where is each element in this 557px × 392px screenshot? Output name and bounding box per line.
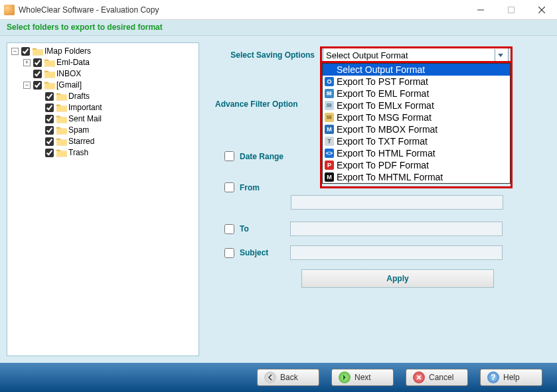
tree-node-root[interactable]: − IMap Folders <box>11 46 199 57</box>
collapse-icon[interactable]: − <box>23 82 31 89</box>
tree-node-spam[interactable]: Spam <box>35 125 199 136</box>
from-input[interactable] <box>291 195 503 210</box>
option-label: Export To MBOX Format <box>337 124 438 135</box>
maximize-button[interactable] <box>496 0 526 20</box>
option-label: Export To PST Format <box>337 76 428 87</box>
tree-checkbox[interactable] <box>45 137 54 146</box>
titlebar: WholeClear Software - Evaluation Copy <box>0 0 557 20</box>
no-expand-icon <box>23 70 31 78</box>
tree-node-trash[interactable]: Trash <box>35 147 199 159</box>
subject-checkbox[interactable] <box>224 248 234 258</box>
dropdown-option[interactable]: <>Export To HTML Format <box>323 147 510 159</box>
apply-button[interactable]: Apply <box>301 269 494 288</box>
option-icon: ✉ <box>325 113 334 122</box>
option-icon: ✉ <box>325 101 334 110</box>
tree-checkbox[interactable] <box>21 47 30 56</box>
dropdown-option[interactable]: ✉Export To EMLx Format <box>323 99 510 111</box>
tree-label: Sent Mail <box>68 113 102 125</box>
dropdown-option[interactable]: MExport To MBOX Format <box>323 123 510 135</box>
tree-checkbox[interactable] <box>45 126 54 135</box>
close-button[interactable] <box>526 0 557 20</box>
options-form: Select Saving Options Select Output Form… <box>215 42 548 356</box>
option-label: Select Output Format <box>337 64 425 75</box>
tree-node-sent-mail[interactable]: Sent Mail <box>35 113 199 125</box>
option-icon: <> <box>325 149 334 158</box>
apply-button-label: Apply <box>386 274 408 283</box>
dropdown-option[interactable]: ✉Export To MSG Format <box>323 111 510 123</box>
option-icon <box>325 65 334 74</box>
output-format-select[interactable]: Select Output Format <box>323 48 509 62</box>
saving-options-row: Select Saving Options Select Output Form… <box>215 48 548 62</box>
main-area: − IMap Folders + E <box>0 36 557 363</box>
option-label: Export To EML Format <box>337 88 429 99</box>
cancel-button-label: Cancel <box>429 373 453 382</box>
from-input-row <box>224 195 548 210</box>
chevron-down-icon[interactable] <box>495 49 505 61</box>
cancel-icon <box>413 371 425 383</box>
to-row: To <box>224 222 548 236</box>
tree-node-starred[interactable]: Starred <box>35 136 199 147</box>
minimize-button[interactable] <box>465 0 496 20</box>
next-button[interactable]: Next <box>331 369 394 386</box>
next-arrow-icon <box>339 371 351 383</box>
tree-label: Eml-Data <box>56 57 90 68</box>
instruction-label: Select folders to export to desired form… <box>0 20 557 36</box>
from-label: From <box>240 183 290 192</box>
folder-tree[interactable]: − IMap Folders + E <box>11 46 199 159</box>
folder-tree-panel: − IMap Folders + E <box>7 42 199 356</box>
svg-rect-1 <box>509 7 515 13</box>
option-icon: M <box>325 172 334 182</box>
expand-icon[interactable]: + <box>23 59 31 66</box>
folder-icon <box>44 58 55 67</box>
back-button[interactable]: Back <box>257 369 319 386</box>
dropdown-option[interactable]: PExport To PDF Format <box>323 159 510 171</box>
tree-node-gmail[interactable]: − [Gmail] <box>23 80 199 91</box>
option-label: Export To MHTML Format <box>337 172 443 182</box>
tree-checkbox[interactable] <box>33 70 42 78</box>
tree-label: [Gmail] <box>56 80 82 91</box>
dropdown-option[interactable]: TExport To TXT Format <box>323 135 510 147</box>
tree-checkbox[interactable] <box>33 58 42 67</box>
tree-checkbox[interactable] <box>45 92 54 101</box>
help-button[interactable]: ? Help <box>480 369 542 386</box>
app-icon <box>4 5 15 15</box>
tree-node-important[interactable]: Important <box>35 102 199 113</box>
folder-icon <box>56 137 67 146</box>
option-label: Export To TXT Format <box>337 136 428 147</box>
subject-row: Subject <box>224 245 548 260</box>
help-button-label: Help <box>503 373 520 382</box>
folder-icon <box>33 47 43 56</box>
collapse-icon[interactable]: − <box>11 48 19 55</box>
subject-input[interactable] <box>290 245 503 260</box>
tree-node-eml-data[interactable]: + Eml-Data <box>23 57 199 68</box>
folder-icon <box>56 103 67 112</box>
output-format-dropdown-list[interactable]: Select Output Format OExport To PST Form… <box>322 63 511 184</box>
cancel-button[interactable]: Cancel <box>406 369 468 386</box>
date-range-checkbox[interactable] <box>224 151 234 161</box>
date-range-label: Date Range <box>240 152 290 161</box>
tree-checkbox[interactable] <box>45 149 54 157</box>
tree-label: Starred <box>68 136 94 147</box>
window-controls <box>465 0 557 20</box>
from-checkbox[interactable] <box>224 182 234 192</box>
to-input[interactable] <box>290 222 503 236</box>
tree-node-drafts[interactable]: Drafts <box>35 91 199 102</box>
folder-icon <box>56 126 67 135</box>
dropdown-option[interactable]: Select Output Format <box>323 64 510 76</box>
tree-label: Drafts <box>68 91 90 102</box>
tree-node-inbox[interactable]: INBOX <box>23 68 199 80</box>
tree-checkbox[interactable] <box>45 103 54 112</box>
dropdown-option[interactable]: MExport To MHTML Format <box>323 171 510 183</box>
option-icon: M <box>325 125 334 134</box>
tree-label: INBOX <box>56 68 81 80</box>
next-button-label: Next <box>355 373 371 382</box>
tree-label: Important <box>68 102 102 113</box>
tree-checkbox[interactable] <box>33 81 42 90</box>
footer-bar: Back Next Cancel ? Help <box>0 363 557 392</box>
option-icon: ✉ <box>325 89 334 98</box>
back-arrow-icon <box>264 371 276 383</box>
dropdown-option[interactable]: OExport To PST Format <box>323 76 510 88</box>
dropdown-option[interactable]: ✉Export To EML Format <box>323 88 510 99</box>
tree-checkbox[interactable] <box>45 115 54 123</box>
to-checkbox[interactable] <box>224 224 234 234</box>
